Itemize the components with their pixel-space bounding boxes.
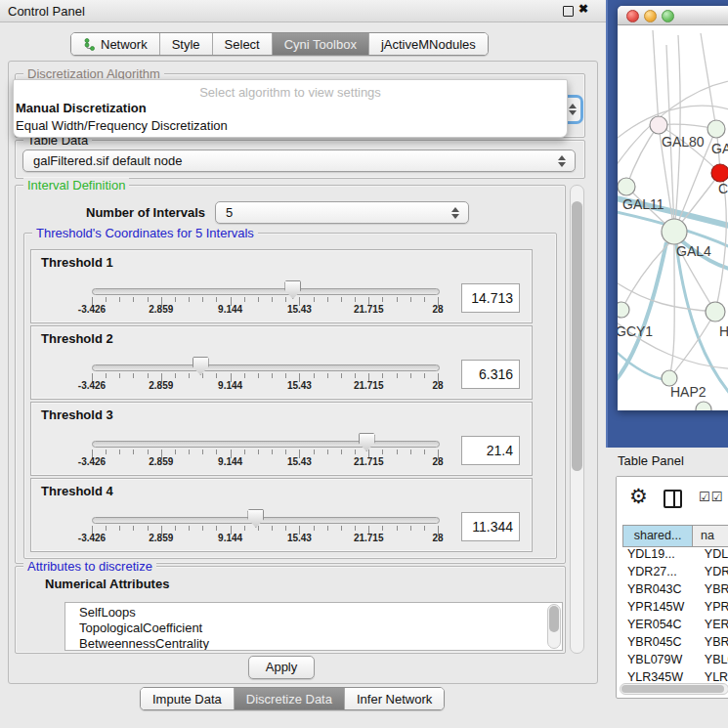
tick-label: 15.43 [287,304,312,315]
tick-label: 21.715 [354,380,384,391]
network-node[interactable] [650,116,667,134]
dropdown-option[interactable]: Manual Discretization [14,100,567,117]
tab-jactivemnodules[interactable]: jActiveMNodules [368,33,488,55]
cell-name: YPR1 [697,598,728,616]
zoom-traffic-light[interactable] [662,10,674,22]
node-label: GCY1 [618,323,653,339]
combo-arrows-icon [569,104,577,115]
gear-icon[interactable]: ⚙ [629,485,648,508]
slider-track[interactable] [92,517,440,524]
table-row[interactable]: YER054CYER0 [622,616,728,633]
tick-label: 21.715 [354,456,384,467]
tab-cyni-toolbox[interactable]: Cyni Toolbox [272,33,368,55]
apply-button[interactable]: Apply [248,656,315,679]
mode-tab-infer-network[interactable]: Infer Network [344,688,444,709]
number-of-intervals-spinner[interactable]: 5 [215,201,469,224]
mode-tab-impute-data[interactable]: Impute Data [141,688,234,709]
threshold-panel: Threshold 2-3.4262.8599.14415.4321.71528… [30,325,533,400]
slider-track[interactable] [92,364,440,371]
mode-tab-label: Impute Data [152,692,222,707]
dropdown-option[interactable]: Equal Width/Frequency Discretization [14,117,567,135]
tick-label: 28 [432,533,443,543]
group-title: Interval Definition [23,178,129,193]
numerical-attributes-list[interactable]: SelfLoopsTopologicalCoefficientBetweenne… [64,602,563,651]
float-window-icon[interactable] [563,6,574,17]
table-panel-section: Table Panel ⚙ ☑☑ shared... na YDL19...YD… [606,448,728,728]
network-node[interactable] [618,178,635,195]
network-view-window: GAL80GACGAL11GAL4GCY1HHAP2 [618,6,728,410]
network-node[interactable] [618,302,629,318]
list-item[interactable]: TopologicalCoefficient [65,621,562,636]
mode-tab-label: Discretize Data [246,692,332,707]
cell-name: YDR2 [697,563,728,580]
slider-tick-labels: -3.4262.8599.14415.4321.71528 [92,533,438,546]
table-row[interactable]: YDR27...YDR2 [622,563,728,580]
threshold-value-field[interactable]: 6.316 [461,360,520,389]
table-row[interactable]: YDL19...YDL1 [622,545,728,563]
network-canvas[interactable]: GAL80GACGAL11GAL4GCY1HHAP2 [618,25,728,410]
table-row[interactable]: YBR045CYBR0 [622,633,728,651]
cell-shared-name: YBL079W [622,651,697,668]
tick-label: 2.859 [149,456,173,467]
threshold-value-field[interactable]: 11.344 [461,512,520,541]
mode-tab-discretize-data[interactable]: Discretize Data [234,688,344,709]
table-header-row: shared... na [622,525,728,547]
table-data-combobox[interactable]: galFiltered.sif default node [22,150,576,172]
node-label: GAL80 [662,134,705,150]
tick-label: -3.426 [78,456,106,467]
threshold-value-field[interactable]: 21.4 [461,436,520,465]
network-node[interactable] [696,402,711,410]
tick-label: 2.859 [149,533,173,543]
table-row[interactable]: YBL079WYBL0 [622,651,728,668]
interval-definition-group: Interval Definition Number of Intervals … [15,185,566,564]
threshold-panel: Threshold 4-3.4262.8599.14415.4321.71528… [30,478,533,552]
threshold-value-field[interactable]: 14.713 [461,283,520,313]
tab-label: Network [101,37,148,52]
network-node[interactable] [711,164,728,182]
slider-track[interactable] [92,441,440,448]
network-node[interactable] [707,120,725,138]
tab-network[interactable]: Network [71,33,159,55]
cell-shared-name: YBR045C [622,633,697,651]
table-row[interactable]: YPR145WYPR1 [622,598,728,616]
panel-scrollbar[interactable] [570,185,584,654]
tab-style[interactable]: Style [159,33,212,55]
tab-label: Style [172,37,200,52]
control-panel-titlebar: Control Panel ✖ [0,0,606,22]
horizontal-scrollbar[interactable] [620,683,728,695]
checkbox-checked-icon[interactable]: ☑☑ [699,490,723,504]
control-panel: Control Panel ✖ NetworkStyleSelectCyni T… [0,0,606,728]
tab-label: jActiveMNodules [381,37,476,52]
tab-select[interactable]: Select [212,33,272,55]
network-window-titlebar [618,6,728,25]
tick-label: 28 [432,304,443,315]
tab-label: Cyni Toolbox [284,37,357,52]
numerical-attributes-label: Numerical Attributes [45,577,169,591]
list-item[interactable]: BetweennessCentrality [65,636,562,651]
cyni-toolbox-content: Discretization Algorithm Select algorith… [8,61,598,684]
table-row[interactable]: YBR043CYBR0 [622,580,728,598]
network-edge [626,125,659,187]
threshold-label: Threshold 2 [41,331,113,346]
split-columns-icon[interactable] [664,490,682,508]
tick-label: 15.43 [287,456,312,467]
window-edge-highlight [606,0,608,448]
cell-name: YBL0 [697,651,728,668]
list-scrollbar[interactable] [547,604,561,649]
tick-label: 15.43 [287,380,312,391]
column-header-name[interactable]: na [693,526,728,546]
slider-tick-labels: -3.4262.8599.14415.4321.71528 [92,304,438,318]
network-node[interactable] [662,219,687,244]
network-node[interactable] [706,302,725,321]
tick-label: 21.715 [354,304,384,315]
network-edge [653,30,659,125]
close-icon[interactable]: ✖ [578,2,588,16]
dropdown-prompt: Select algorithm to view settings [14,85,567,100]
threshold-panel: Threshold 3-3.4262.8599.14415.4321.71528… [30,402,533,476]
minimize-traffic-light[interactable] [644,10,657,22]
list-item[interactable]: SelfLoops [65,605,562,621]
threshold-label: Threshold 3 [41,407,113,422]
close-traffic-light[interactable] [626,10,639,22]
column-header-shared-name[interactable]: shared... [623,526,693,546]
slider-track[interactable] [92,288,440,295]
